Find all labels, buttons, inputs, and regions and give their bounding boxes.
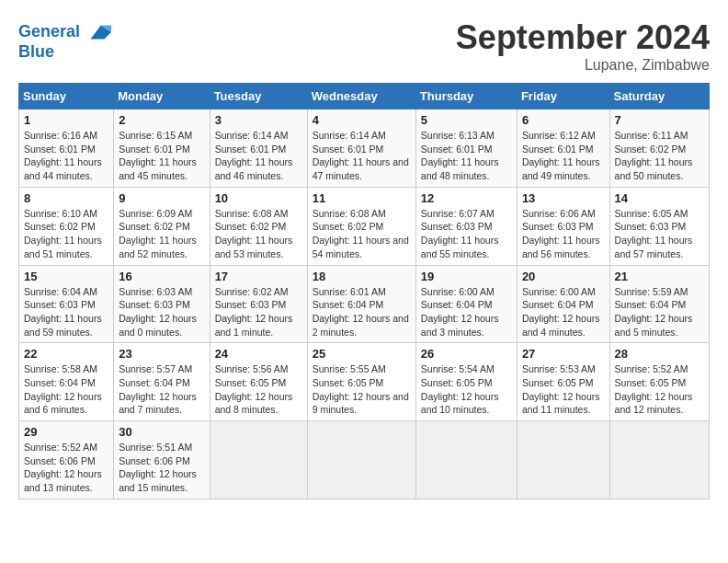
calendar-cell: 5 Sunrise: 6:13 AMSunset: 6:01 PMDayligh…	[415, 109, 517, 188]
calendar-cell	[210, 421, 307, 500]
day-info: Sunrise: 5:53 AMSunset: 6:05 PMDaylight:…	[522, 362, 605, 417]
day-info: Sunrise: 6:15 AMSunset: 6:01 PMDaylight:…	[119, 129, 204, 183]
calendar-cell: 24 Sunrise: 5:56 AMSunset: 6:05 PMDaylig…	[210, 343, 307, 421]
calendar-cell: 12 Sunrise: 6:07 AMSunset: 6:03 PMDaylig…	[415, 187, 517, 265]
day-number: 2	[119, 113, 204, 127]
weekday-header-friday: Friday	[517, 84, 609, 109]
day-info: Sunrise: 6:05 AMSunset: 6:03 PMDaylight:…	[615, 207, 704, 261]
calendar-cell: 29 Sunrise: 5:52 AMSunset: 6:06 PMDaylig…	[19, 421, 114, 500]
day-info: Sunrise: 5:54 AMSunset: 6:05 PMDaylight:…	[421, 362, 512, 417]
day-info: Sunrise: 6:16 AMSunset: 6:01 PMDaylight:…	[24, 129, 108, 183]
day-number: 20	[522, 270, 605, 283]
calendar-cell	[517, 421, 609, 500]
day-number: 3	[215, 113, 302, 127]
calendar-cell: 25 Sunrise: 5:55 AMSunset: 6:05 PMDaylig…	[307, 343, 415, 421]
logo: General Blue	[18, 18, 111, 63]
day-number: 10	[215, 191, 302, 205]
calendar-cell: 6 Sunrise: 6:12 AMSunset: 6:01 PMDayligh…	[517, 109, 609, 188]
location: Lupane, Zimbabwe	[456, 57, 710, 74]
day-info: Sunrise: 6:06 AMSunset: 6:03 PMDaylight:…	[522, 207, 605, 261]
day-info: Sunrise: 5:59 AMSunset: 6:04 PMDaylight:…	[615, 285, 704, 339]
day-info: Sunrise: 5:52 AMSunset: 6:06 PMDaylight:…	[24, 441, 108, 495]
calendar-cell: 13 Sunrise: 6:06 AMSunset: 6:03 PMDaylig…	[517, 187, 609, 265]
day-number: 16	[119, 270, 204, 283]
weekday-header-sunday: Sunday	[19, 84, 114, 109]
day-number: 26	[421, 347, 512, 361]
day-info: Sunrise: 5:57 AMSunset: 6:04 PMDaylight:…	[119, 362, 204, 417]
calendar-cell: 28 Sunrise: 5:52 AMSunset: 6:05 PMDaylig…	[609, 343, 709, 421]
calendar-cell	[609, 421, 709, 500]
day-number: 8	[24, 191, 108, 205]
calendar-week-1: 1 Sunrise: 6:16 AMSunset: 6:01 PMDayligh…	[19, 109, 710, 188]
calendar-cell: 1 Sunrise: 6:16 AMSunset: 6:01 PMDayligh…	[19, 109, 114, 188]
calendar-cell: 21 Sunrise: 5:59 AMSunset: 6:04 PMDaylig…	[609, 265, 709, 343]
calendar-cell: 4 Sunrise: 6:14 AMSunset: 6:01 PMDayligh…	[307, 109, 415, 188]
calendar-week-4: 22 Sunrise: 5:58 AMSunset: 6:04 PMDaylig…	[19, 343, 710, 421]
weekday-header-thursday: Thursday	[415, 84, 517, 109]
calendar-cell: 27 Sunrise: 5:53 AMSunset: 6:05 PMDaylig…	[517, 343, 609, 421]
calendar-cell: 8 Sunrise: 6:10 AMSunset: 6:02 PMDayligh…	[19, 187, 114, 265]
day-number: 13	[522, 191, 605, 205]
day-number: 28	[615, 347, 704, 361]
day-info: Sunrise: 6:02 AMSunset: 6:03 PMDaylight:…	[215, 285, 302, 339]
day-info: Sunrise: 6:13 AMSunset: 6:01 PMDaylight:…	[421, 129, 512, 183]
logo-icon	[84, 18, 111, 46]
calendar-cell: 7 Sunrise: 6:11 AMSunset: 6:02 PMDayligh…	[609, 109, 709, 188]
calendar-cell: 20 Sunrise: 6:00 AMSunset: 6:04 PMDaylig…	[517, 265, 609, 343]
day-info: Sunrise: 5:55 AMSunset: 6:05 PMDaylight:…	[313, 362, 411, 417]
calendar-table: SundayMondayTuesdayWednesdayThursdayFrid…	[18, 83, 710, 500]
calendar-cell: 18 Sunrise: 6:01 AMSunset: 6:04 PMDaylig…	[307, 265, 415, 343]
day-number: 7	[615, 113, 704, 127]
day-number: 22	[24, 347, 108, 361]
calendar-cell: 2 Sunrise: 6:15 AMSunset: 6:01 PMDayligh…	[114, 109, 210, 188]
day-info: Sunrise: 6:14 AMSunset: 6:01 PMDaylight:…	[313, 129, 411, 183]
calendar-cell: 22 Sunrise: 5:58 AMSunset: 6:04 PMDaylig…	[19, 343, 114, 421]
day-number: 4	[313, 113, 411, 127]
day-number: 15	[24, 270, 108, 283]
weekday-header-tuesday: Tuesday	[210, 84, 307, 109]
day-info: Sunrise: 6:11 AMSunset: 6:02 PMDaylight:…	[615, 129, 704, 183]
day-number: 5	[421, 113, 512, 127]
calendar-week-3: 15 Sunrise: 6:04 AMSunset: 6:03 PMDaylig…	[19, 265, 710, 343]
month-title: September 2024	[456, 18, 710, 57]
day-info: Sunrise: 6:14 AMSunset: 6:01 PMDaylight:…	[215, 129, 302, 183]
day-number: 25	[313, 347, 411, 361]
day-number: 11	[313, 191, 411, 205]
weekday-header-wednesday: Wednesday	[307, 84, 415, 109]
day-info: Sunrise: 5:52 AMSunset: 6:05 PMDaylight:…	[615, 362, 704, 417]
day-info: Sunrise: 6:00 AMSunset: 6:04 PMDaylight:…	[421, 285, 512, 339]
day-number: 6	[522, 113, 605, 127]
calendar-cell: 3 Sunrise: 6:14 AMSunset: 6:01 PMDayligh…	[210, 109, 307, 188]
calendar-cell: 17 Sunrise: 6:02 AMSunset: 6:03 PMDaylig…	[210, 265, 307, 343]
day-number: 29	[24, 425, 108, 439]
calendar-cell	[415, 421, 517, 500]
day-number: 24	[215, 347, 302, 361]
calendar-cell: 15 Sunrise: 6:04 AMSunset: 6:03 PMDaylig…	[19, 265, 114, 343]
page-header: General Blue September 2024 Lupane, Zimb…	[18, 18, 710, 74]
day-info: Sunrise: 6:09 AMSunset: 6:02 PMDaylight:…	[119, 207, 204, 261]
day-number: 30	[119, 425, 204, 439]
day-info: Sunrise: 6:08 AMSunset: 6:02 PMDaylight:…	[313, 207, 411, 261]
day-number: 9	[119, 191, 204, 205]
calendar-cell: 19 Sunrise: 6:00 AMSunset: 6:04 PMDaylig…	[415, 265, 517, 343]
calendar-cell	[307, 421, 415, 500]
day-info: Sunrise: 6:03 AMSunset: 6:03 PMDaylight:…	[119, 285, 204, 339]
calendar-cell: 16 Sunrise: 6:03 AMSunset: 6:03 PMDaylig…	[114, 265, 210, 343]
day-info: Sunrise: 6:10 AMSunset: 6:02 PMDaylight:…	[24, 207, 108, 261]
weekday-header-row: SundayMondayTuesdayWednesdayThursdayFrid…	[19, 84, 710, 109]
day-number: 27	[522, 347, 605, 361]
calendar-week-2: 8 Sunrise: 6:10 AMSunset: 6:02 PMDayligh…	[19, 187, 710, 265]
day-number: 23	[119, 347, 204, 361]
calendar-cell: 26 Sunrise: 5:54 AMSunset: 6:05 PMDaylig…	[415, 343, 517, 421]
calendar-cell: 9 Sunrise: 6:09 AMSunset: 6:02 PMDayligh…	[114, 187, 210, 265]
day-info: Sunrise: 6:12 AMSunset: 6:01 PMDaylight:…	[522, 129, 605, 183]
title-block: September 2024 Lupane, Zimbabwe	[456, 18, 710, 74]
day-number: 19	[421, 270, 512, 283]
calendar-week-5: 29 Sunrise: 5:52 AMSunset: 6:06 PMDaylig…	[19, 421, 710, 500]
day-number: 21	[615, 270, 704, 283]
day-info: Sunrise: 6:07 AMSunset: 6:03 PMDaylight:…	[421, 207, 512, 261]
calendar-cell: 10 Sunrise: 6:08 AMSunset: 6:02 PMDaylig…	[210, 187, 307, 265]
logo-text: General	[18, 22, 80, 42]
weekday-header-saturday: Saturday	[609, 84, 709, 109]
day-info: Sunrise: 5:58 AMSunset: 6:04 PMDaylight:…	[24, 362, 108, 417]
